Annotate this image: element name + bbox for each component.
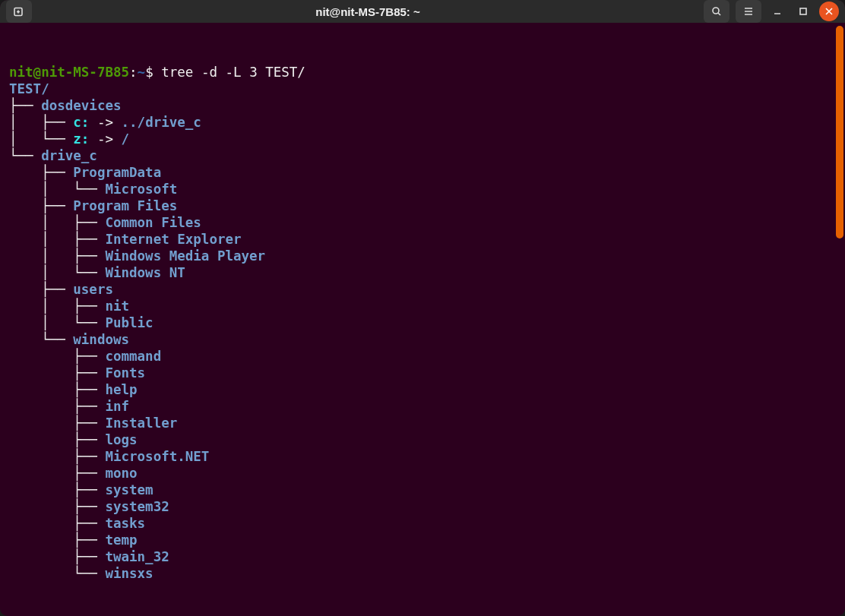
tree-dir: command: [105, 349, 161, 364]
tree-dir: ProgramData: [73, 165, 161, 180]
terminal-window: nit@nit-MS-7B85: ~: [0, 0, 845, 616]
prompt-line-1: nit@nit-MS-7B85:~$ tree -d -L 3 TEST/: [9, 65, 305, 80]
tree-dir: Internet Explorer: [105, 232, 241, 247]
tree-dir: inf: [105, 399, 129, 414]
maximize-button[interactable]: [793, 0, 813, 23]
tree-link-target: /: [122, 131, 130, 147]
tree-dir: twain_32: [105, 549, 169, 564]
tree-dir: users: [73, 282, 113, 297]
new-tab-button[interactable]: [6, 0, 32, 23]
tree-dir: temp: [105, 532, 137, 548]
close-button[interactable]: [819, 2, 839, 21]
svg-rect-2: [800, 8, 806, 14]
tree-dir: Program Files: [73, 198, 177, 213]
tree-dir: help: [105, 382, 137, 397]
search-icon: [710, 5, 723, 17]
tree-output: ├── dosdevices │ ├── c: -> ../drive_c │ …: [9, 98, 265, 581]
tree-dir: Common Files: [105, 215, 201, 230]
tree-dir: winsxs: [105, 566, 153, 581]
tree-root: TEST/: [9, 81, 49, 96]
search-button[interactable]: [704, 0, 729, 23]
tree-dir: system32: [105, 499, 169, 514]
terminal-body[interactable]: nit@nit-MS-7B85:~$ tree -d -L 3 TEST/ TE…: [0, 23, 845, 616]
prompt-user: nit: [9, 65, 33, 80]
minimize-icon: [771, 5, 783, 17]
tree-dir: Fonts: [105, 365, 145, 381]
prompt-path: ~: [138, 65, 146, 80]
tree-dir: system: [105, 482, 153, 498]
tree-link: z:: [73, 131, 89, 147]
tree-dir: dosdevices: [41, 98, 121, 113]
tree-dir: Installer: [105, 415, 177, 431]
prompt-host: nit-MS-7B85: [41, 65, 129, 80]
tree-dir: Microsoft.NET: [105, 449, 209, 464]
command-text: tree -d -L 3 TEST/: [161, 65, 305, 80]
tree-dir: Public: [105, 315, 153, 330]
hamburger-icon: [742, 5, 755, 17]
tree-dir: tasks: [105, 516, 145, 531]
svg-point-1: [713, 8, 719, 14]
menu-button[interactable]: [736, 0, 761, 23]
tree-dir: Microsoft: [105, 182, 177, 197]
tree-link-target: ../drive_c: [122, 115, 201, 130]
tree-dir: windows: [73, 332, 129, 347]
maximize-icon: [797, 5, 809, 17]
tree-dir: logs: [105, 432, 137, 447]
new-tab-icon: [13, 5, 25, 17]
tree-dir: nit: [105, 299, 129, 314]
titlebar: nit@nit-MS-7B85: ~: [0, 0, 845, 23]
tree-dir: Windows NT: [105, 265, 185, 280]
tree-dir: drive_c: [41, 148, 97, 163]
window-title: nit@nit-MS-7B85: ~: [35, 5, 701, 18]
scrollbar-thumb[interactable]: [836, 26, 843, 239]
close-icon: [825, 8, 833, 15]
tree-dir: mono: [105, 466, 137, 481]
minimize-button[interactable]: [767, 0, 787, 23]
tree-dir: Windows Media Player: [105, 248, 265, 264]
tree-link: c:: [73, 115, 89, 130]
